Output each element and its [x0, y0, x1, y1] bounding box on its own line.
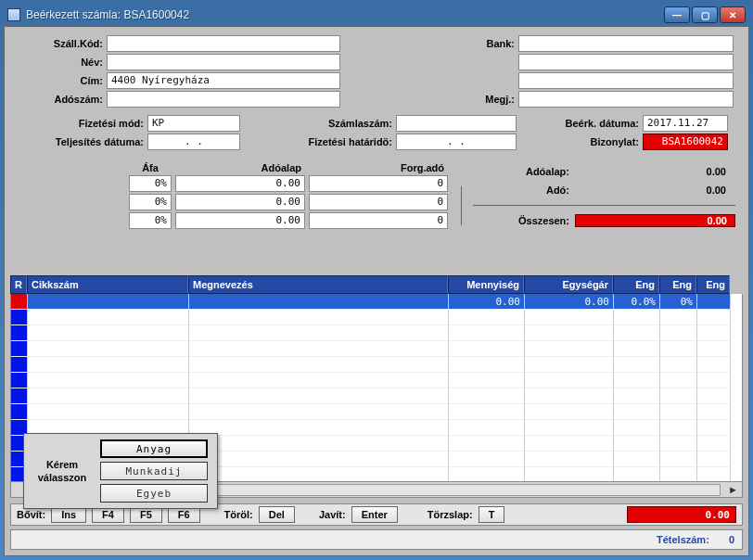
status-bar: Tételszám: 0 — [10, 529, 743, 550]
grid-col-eng3[interactable]: Eng — [696, 275, 730, 294]
grid-row-marker[interactable] — [11, 404, 28, 420]
vat-alap-0[interactable]: 0.00 — [175, 175, 305, 192]
grid-row-0[interactable]: 0.00 0.00 0.0% 0% — [11, 294, 742, 310]
totals-block: Adóalap: 0.00 Adó: 0.00 Összesen: 0.00 — [473, 162, 735, 231]
label-javit: Javít: — [319, 509, 346, 520]
label-teljdat: Teljesítés dátuma: — [18, 136, 147, 147]
field-nev[interactable] — [107, 54, 340, 70]
grid-cell-cikk[interactable] — [28, 294, 189, 310]
grid-row-marker[interactable] — [11, 341, 28, 357]
vat-alap-2[interactable]: 0.00 — [175, 212, 305, 229]
form-area: Száll.Kód: Bank: Név: Cím: 4400 Nyíregyh… — [5, 27, 748, 112]
totals-value-adoalap: 0.00 — [575, 166, 735, 177]
grid-header: R Cikkszám Megnevezés Mennyiség Egységár… — [10, 275, 743, 294]
grid-row-marker[interactable] — [11, 388, 28, 404]
maximize-button[interactable]: ▢ — [692, 6, 718, 23]
vat-afa-2[interactable]: 0% — [129, 212, 172, 229]
minimize-button[interactable]: — — [664, 6, 690, 23]
grand-total: 0.00 — [627, 506, 736, 523]
window-controls: — ▢ ✕ — [664, 6, 746, 23]
grid-row-empty[interactable] — [11, 388, 742, 404]
vat-afa-0[interactable]: 0% — [129, 175, 172, 192]
grid-row-empty[interactable] — [11, 357, 742, 373]
vat-forg-1[interactable]: 0 — [309, 194, 448, 210]
popup-prompt: Kérem válasszon — [24, 434, 100, 508]
grid-row-marker[interactable] — [11, 325, 28, 341]
field-bank-2[interactable] — [518, 54, 734, 70]
vat-head-forg: Forg.adó — [309, 160, 448, 175]
grid-cell-egys[interactable]: 0.00 — [525, 294, 614, 310]
totals-label-ado: Adó: — [473, 185, 575, 196]
label-szall-kod: Száll.Kód: — [18, 38, 107, 49]
popup-button-anyag[interactable]: Anyag — [100, 439, 208, 458]
label-fizmod: Fizetési mód: — [18, 118, 147, 129]
label-nev: Név: — [18, 57, 107, 68]
label-szamlaszam: Számlaszám: — [240, 118, 396, 129]
field-bank-3[interactable] — [518, 72, 734, 89]
payment-block: Fizetési mód: KP Számlaszám: Beérk. dátu… — [5, 112, 748, 157]
grid-row-empty[interactable] — [11, 404, 742, 420]
status-tetelszam: Tételszám: 0 — [657, 534, 734, 545]
totals-label-osszesen: Összesen: — [473, 215, 575, 226]
label-bizonylat: Bizonylat: — [517, 136, 643, 147]
grid-row-marker[interactable] — [11, 373, 28, 388]
popup-button-munkadij[interactable]: Munkadij — [100, 462, 208, 480]
grid-col-menny[interactable]: Mennyiség — [448, 275, 524, 294]
field-cim[interactable]: 4400 Nyíregyháza — [107, 72, 340, 89]
field-teljdat[interactable]: . . — [147, 134, 240, 150]
field-megj[interactable] — [518, 91, 734, 108]
vat-forg-2[interactable]: 0 — [309, 212, 448, 229]
label-megj: Megj.: — [466, 94, 518, 105]
field-bank-1[interactable] — [518, 35, 734, 52]
vat-head-alap: Adóalap — [175, 160, 305, 175]
grid-row-marker[interactable] — [11, 357, 28, 373]
label-bank: Bank: — [466, 38, 518, 49]
field-szall-kod[interactable] — [107, 35, 340, 52]
button-del[interactable]: Del — [259, 506, 295, 523]
grid-col-eng2[interactable]: Eng — [659, 275, 696, 294]
button-t[interactable]: T — [479, 506, 505, 523]
grid-row-marker[interactable] — [11, 294, 28, 310]
field-fizmod[interactable]: KP — [147, 115, 240, 132]
scroll-right-icon[interactable]: ► — [724, 484, 742, 495]
label-torzslap: Törzslap: — [428, 509, 473, 520]
app-window: Beérkezett számla: BSA1600042 — ▢ ✕ Szál… — [0, 0, 753, 560]
grid-row-marker[interactable] — [11, 310, 28, 325]
label-beerk: Beérk. dátuma: — [517, 118, 643, 129]
grid-row-empty[interactable] — [11, 341, 742, 357]
status-tetelszam-label: Tételszám: — [657, 534, 709, 545]
label-torol: Töröl: — [224, 509, 253, 520]
titlebar: Beérkezett számla: BSA1600042 — ▢ ✕ — [4, 4, 749, 26]
field-bizonylat: BSA1600042 — [643, 134, 728, 150]
grid-col-r[interactable]: R — [10, 275, 27, 294]
grid-col-egys[interactable]: Egységár — [524, 275, 613, 294]
window-title: Beérkezett számla: BSA1600042 — [26, 8, 664, 21]
grid-row-empty[interactable] — [11, 325, 742, 341]
field-beerk-date[interactable]: 2017.11.27 — [643, 115, 728, 132]
totals-value-osszesen: 0.00 — [575, 214, 735, 227]
grid-row-empty[interactable] — [11, 310, 742, 325]
button-enter[interactable]: Enter — [351, 506, 398, 523]
vat-head-afa: Áfa — [129, 160, 172, 175]
vat-forg-0[interactable]: 0 — [309, 175, 448, 192]
grid-col-cikk[interactable]: Cikkszám — [27, 275, 188, 294]
grid-cell-eng2[interactable]: 0% — [660, 294, 697, 310]
grid-row-empty[interactable] — [11, 373, 742, 388]
grid-cell-meg[interactable] — [189, 294, 449, 310]
grid-col-eng1[interactable]: Eng — [613, 275, 659, 294]
popup-button-egyeb[interactable]: Egyeb — [100, 484, 208, 503]
choose-popup: Kérem válasszon Anyag Munkadij Egyeb — [23, 433, 218, 509]
field-szamlaszam[interactable] — [396, 115, 517, 132]
vat-block: Áfa 0% 0% 0% Adóalap 0.00 0.00 0.00 Forg… — [5, 157, 748, 238]
vat-afa-1[interactable]: 0% — [129, 194, 172, 210]
field-fizhat[interactable]: . . — [396, 134, 517, 150]
vat-alap-1[interactable]: 0.00 — [175, 194, 305, 210]
grid-col-meg[interactable]: Megnevezés — [188, 275, 448, 294]
grid-cell-eng3[interactable] — [697, 294, 731, 310]
field-adoszam[interactable] — [107, 91, 340, 108]
grid-cell-eng1[interactable]: 0.0% — [614, 294, 660, 310]
grid-cell-menny[interactable]: 0.00 — [449, 294, 525, 310]
vertical-divider — [461, 186, 462, 225]
close-button[interactable]: ✕ — [720, 6, 746, 23]
status-tetelszam-value: 0 — [729, 534, 734, 545]
